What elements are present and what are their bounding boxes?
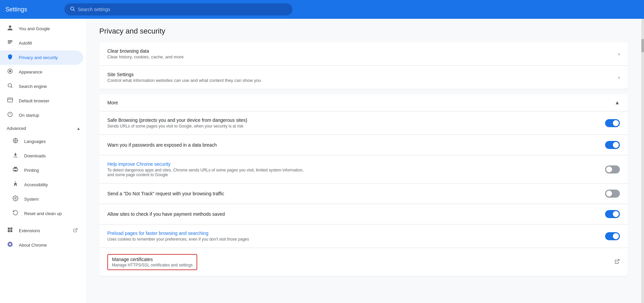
help-improve-slider [605,165,620,173]
svg-rect-24 [10,230,12,232]
reset-icon [12,210,19,217]
clear-browsing-data-title: Clear browsing data [107,48,183,54]
svg-line-1 [73,10,75,11]
manage-cert-subtitle: Manage HTTPS/SSL certificates and settin… [112,263,193,267]
sidebar-item-languages[interactable]: Languages [0,134,83,149]
shield-icon [7,54,13,61]
safe-browsing-slider [605,119,620,127]
preload-pages-toggle[interactable] [605,232,620,240]
scrollbar-thumb [641,39,644,52]
payment-methods-row[interactable]: Allow sites to check if you have payment… [99,204,628,224]
svg-point-0 [71,7,74,10]
clear-browsing-data-subtitle: Clear history, cookies, cache, and more [107,54,183,59]
sidebar-label-privacy: Privacy and security [19,55,58,60]
sidebar-item-downloads[interactable]: Downloads [0,149,83,163]
sidebar-label-accessibility: Accessibility [24,182,48,187]
svg-line-8 [11,87,12,88]
sidebar-item-on-startup[interactable]: On startup [0,108,83,122]
system-icon [12,195,19,203]
svg-rect-9 [8,98,13,102]
svg-point-6 [9,70,11,72]
svg-point-19 [15,182,16,183]
do-not-track-row[interactable]: Send a "Do Not Track" request with your … [99,184,628,204]
sidebar-label-you-and-google: You and Google [19,26,50,31]
printing-icon [12,166,19,174]
help-improve-security-row[interactable]: Help improve Chrome security To detect d… [99,155,628,184]
sidebar-item-accessibility[interactable]: Accessibility [0,178,83,192]
site-settings-arrow: › [618,74,620,81]
advanced-section-header[interactable]: Advanced ▲ [0,122,86,134]
safe-browsing-title: Safe Browsing (protects you and your dev… [107,117,247,123]
right-scrollbar[interactable] [641,19,644,303]
header: Settings [0,0,644,19]
svg-rect-4 [8,43,11,44]
svg-rect-21 [8,228,10,230]
sidebar-label-languages: Languages [24,139,46,144]
sidebar-item-privacy[interactable]: Privacy and security [0,50,83,65]
svg-rect-2 [8,40,12,41]
sidebar-item-about-chrome[interactable]: About Chrome [0,238,83,252]
site-settings-row[interactable]: Site Settings Control what information w… [99,66,628,89]
sidebar-item-default-browser[interactable]: Default browser [0,94,83,108]
sidebar-label-search-engine: Search engine [19,84,47,89]
search-bar[interactable] [64,3,292,15]
svg-line-28 [617,259,619,262]
more-label: More [107,100,118,105]
more-chevron-icon: ▲ [614,100,620,106]
safe-browsing-toggle[interactable] [605,119,620,127]
browser-icon [7,97,13,105]
app-title: Settings [5,6,59,13]
do-not-track-toggle[interactable] [605,190,620,198]
manage-certificates-row[interactable]: Manage certificates Manage HTTPS/SSL cer… [99,248,628,276]
payment-methods-toggle[interactable] [605,210,620,218]
autofill-icon [7,39,13,47]
external-link-icon [73,228,78,234]
more-section-header[interactable]: More ▲ [99,94,628,111]
manage-cert-external-icon [614,259,620,265]
sidebar-item-autofill[interactable]: Autofill [0,36,83,50]
main-content: Privacy and security Clear browsing data… [86,19,641,303]
svg-point-20 [15,198,16,199]
sidebar-item-you-and-google[interactable]: You and Google [0,21,83,36]
accessibility-icon [12,181,19,189]
warn-passwords-slider [605,141,620,149]
svg-rect-3 [8,42,12,42]
safe-browsing-subtitle: Sends URLs of some pages you visit to Go… [107,124,247,129]
help-improve-subtitle: To detect dangerous apps and sites, Chro… [107,168,309,177]
sidebar-item-extensions[interactable]: Extensions [0,223,83,238]
sidebar-item-reset-clean[interactable]: Reset and clean up [0,206,83,221]
warn-passwords-text: Warn you if passwords are exposed in a d… [107,142,217,148]
sidebar-item-appearance[interactable]: Appearance [0,65,83,79]
manage-cert-title: Manage certificates [112,257,193,262]
sidebar-label-reset-clean: Reset and clean up [24,211,62,216]
about-chrome-icon [7,241,13,249]
clear-browsing-data-arrow: › [618,51,620,57]
manage-cert-highlight: Manage certificates Manage HTTPS/SSL cer… [107,254,197,270]
page-title: Privacy and security [99,27,628,36]
sidebar-label-autofill: Autofill [19,41,32,46]
payment-methods-title: Allow sites to check if you have payment… [107,211,225,217]
safe-browsing-row[interactable]: Safe Browsing (protects you and your dev… [99,111,628,135]
languages-icon [12,138,19,145]
sidebar-item-system[interactable]: System [0,192,83,206]
sidebar-label-system: System [24,197,39,202]
svg-line-25 [75,229,77,231]
clear-browsing-data-row[interactable]: Clear browsing data Clear history, cooki… [99,42,628,66]
sidebar-label-about-chrome: About Chrome [19,243,47,248]
clear-browsing-data-text: Clear browsing data Clear history, cooki… [107,48,183,59]
svg-rect-23 [8,230,10,232]
sidebar-item-search-engine[interactable]: Search engine [0,79,83,94]
preload-pages-title: Preload pages for faster browsing and se… [107,231,249,236]
preload-pages-row[interactable]: Preload pages for faster browsing and se… [99,224,628,248]
startup-icon [7,111,13,119]
appearance-icon [7,68,13,76]
search-input[interactable] [78,7,287,12]
warn-passwords-toggle[interactable] [605,141,620,149]
sidebar-item-printing[interactable]: Printing [0,163,83,178]
help-improve-toggle[interactable] [605,165,620,173]
warn-passwords-row[interactable]: Warn you if passwords are exposed in a d… [99,135,628,155]
svg-rect-22 [10,228,12,230]
advanced-chevron-icon: ▲ [76,126,80,131]
site-settings-text: Site Settings Control what information w… [107,72,261,83]
payment-methods-slider [605,210,620,218]
